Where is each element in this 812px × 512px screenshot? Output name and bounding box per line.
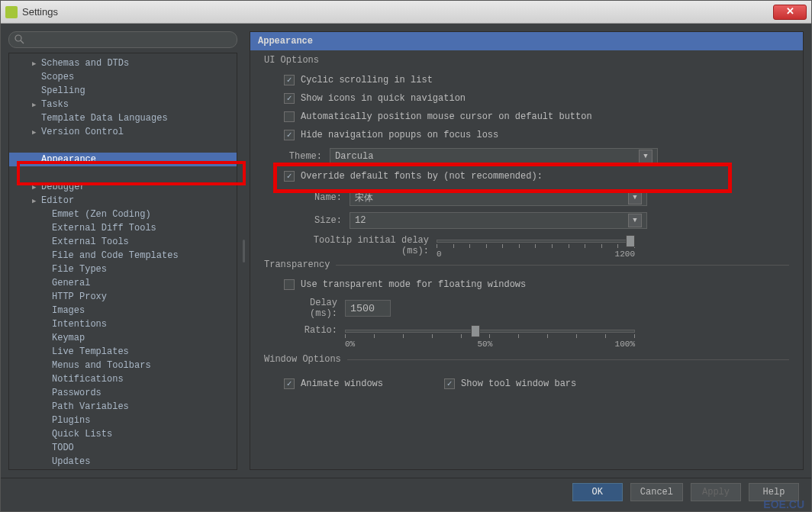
theme-dropdown[interactable]: Darcula ▼ xyxy=(330,148,658,165)
ui-options-title: UI Options xyxy=(264,55,325,66)
tree-item[interactable]: Live Templates xyxy=(9,345,237,359)
override-fonts-checkbox[interactable] xyxy=(284,171,295,182)
apply-button[interactable]: Apply xyxy=(691,483,741,501)
theme-label: Theme: xyxy=(284,151,322,162)
tree-item[interactable]: File Types xyxy=(9,262,237,276)
tree-item[interactable]: Updates xyxy=(9,455,237,469)
use-transparent-checkbox[interactable] xyxy=(284,279,295,290)
tree-item[interactable]: Images xyxy=(9,304,237,317)
font-name-label: Name: xyxy=(304,192,342,203)
tree-item-label: External Tools xyxy=(52,237,129,247)
ok-button[interactable]: OK xyxy=(572,483,623,501)
sidebar: ▶Schemas and DTDsScopesSpelling▶TasksTem… xyxy=(8,31,237,470)
auto-position-checkbox[interactable] xyxy=(284,111,295,122)
ratio-max: 100% xyxy=(615,340,635,349)
tree-item[interactable]: File and Code Templates xyxy=(9,249,237,262)
delay-row: Delay (ms): xyxy=(284,298,789,319)
titlebar[interactable]: Settings ✕ xyxy=(1,1,811,24)
ratio-mid: 50% xyxy=(477,340,492,349)
tree-item[interactable]: Emmet (Zen Coding) xyxy=(9,208,237,221)
tree-item[interactable]: Menus and Toolbars xyxy=(9,359,237,372)
tree-item-label: General xyxy=(52,278,90,288)
cyclic-scrolling-row[interactable]: Cyclic scrolling in list xyxy=(284,75,789,85)
tooltip-max: 1200 xyxy=(615,250,635,259)
search-input[interactable] xyxy=(8,31,237,48)
tree-item[interactable]: External Tools xyxy=(9,235,237,249)
settings-tree[interactable]: ▶Schemas and DTDsScopesSpelling▶TasksTem… xyxy=(8,53,237,470)
tooltip-delay-slider[interactable]: 0 1200 xyxy=(437,235,635,259)
tree-item[interactable]: Quick Lists xyxy=(9,427,237,441)
animate-windows-label: Animate windows xyxy=(301,378,383,389)
tree-item-label: External Diff Tools xyxy=(52,223,156,233)
show-tool-label: Show tool window bars xyxy=(461,378,576,389)
help-button[interactable]: Help xyxy=(749,483,799,501)
tree-item-label: TODO xyxy=(52,443,74,453)
tree-item[interactable]: Intentions xyxy=(9,317,237,331)
tree-item-label: Tasks xyxy=(41,99,69,110)
tree-item-label: Images xyxy=(52,305,85,316)
tree-item-label: Quick Lists xyxy=(52,429,112,440)
tree-item[interactable] xyxy=(9,166,237,180)
use-transparent-row[interactable]: Use transparent mode for floating window… xyxy=(284,279,789,290)
tree-item[interactable]: Appearance xyxy=(9,153,237,166)
close-button[interactable]: ✕ xyxy=(773,5,807,20)
show-tool-checkbox[interactable] xyxy=(444,378,455,389)
tree-item[interactable]: Template Data Languages xyxy=(9,111,237,125)
delay-input[interactable] xyxy=(345,300,391,317)
tree-item[interactable]: HTTP Proxy xyxy=(9,290,237,304)
tree-item-label: Version Control xyxy=(41,127,124,137)
tree-item[interactable]: TODO xyxy=(9,441,237,455)
font-name-dropdown[interactable]: 宋体 ▼ xyxy=(350,189,647,206)
tree-item[interactable]: Usage Statistics xyxy=(9,469,237,470)
show-icons-row[interactable]: Show icons in quick navigation xyxy=(284,93,789,104)
tree-item-label: Template Data Languages xyxy=(41,113,168,124)
tree-item[interactable]: ▶Debugger xyxy=(9,180,237,194)
hide-nav-row[interactable]: Hide navigation popups on focus loss xyxy=(284,130,789,140)
chevron-down-icon: ▼ xyxy=(628,191,642,204)
tree-item[interactable]: ▶Tasks xyxy=(9,98,237,111)
show-icons-label: Show icons in quick navigation xyxy=(301,93,466,104)
tree-item[interactable]: ▶Schemas and DTDs xyxy=(9,56,237,70)
animate-windows-row[interactable]: Animate windows xyxy=(284,378,383,389)
main-panel: Appearance UI Options Cyclic scrolling i… xyxy=(250,31,804,470)
tree-item[interactable]: Spelling xyxy=(9,84,237,98)
tree-item-label: Debugger xyxy=(41,182,85,192)
content-area: ▶Schemas and DTDsScopesSpelling▶TasksTem… xyxy=(1,24,811,478)
expand-arrow-icon: ▶ xyxy=(32,60,41,68)
tree-item[interactable]: Keymap xyxy=(9,331,237,345)
tree-item[interactable] xyxy=(9,139,237,153)
show-tool-row[interactable]: Show tool window bars xyxy=(444,378,576,389)
tree-item-label: Schemas and DTDs xyxy=(41,58,129,69)
main-header: Appearance xyxy=(250,32,803,50)
tree-item-label: HTTP Proxy xyxy=(52,291,107,302)
tree-item[interactable]: Path Variables xyxy=(9,400,237,414)
override-fonts-row[interactable]: Override default fonts by (not recommend… xyxy=(284,171,789,182)
ratio-min: 0% xyxy=(345,340,355,349)
animate-windows-checkbox[interactable] xyxy=(284,378,295,389)
tree-item[interactable]: Plugins xyxy=(9,414,237,427)
tree-item-label: Intentions xyxy=(52,319,107,330)
tree-item[interactable]: Passwords xyxy=(9,386,237,400)
hide-nav-checkbox[interactable] xyxy=(284,130,295,140)
splitter[interactable] xyxy=(242,31,245,470)
tree-item-label: File and Code Templates xyxy=(52,250,179,261)
tree-item[interactable]: ▶Editor xyxy=(9,194,237,208)
tree-item[interactable]: ▶Version Control xyxy=(9,125,237,139)
auto-position-label: Automatically position mouse cursor on d… xyxy=(301,111,592,122)
tree-item[interactable]: Notifications xyxy=(9,372,237,386)
cyclic-scrolling-checkbox[interactable] xyxy=(284,75,295,85)
cancel-button[interactable]: Cancel xyxy=(630,483,683,501)
font-size-dropdown[interactable]: 12 ▼ xyxy=(350,212,647,229)
tree-item[interactable]: Scopes xyxy=(9,70,237,84)
search-wrap xyxy=(8,31,237,53)
tree-item[interactable]: External Diff Tools xyxy=(9,221,237,235)
ratio-slider[interactable]: 0% 50% 100% xyxy=(345,325,635,349)
show-icons-checkbox[interactable] xyxy=(284,93,295,104)
font-name-row: Name: 宋体 ▼ xyxy=(304,189,789,206)
tree-item-label: Keymap xyxy=(52,333,85,343)
tree-item-label: Passwords xyxy=(52,388,102,398)
ratio-label: Ratio: xyxy=(284,325,337,336)
tree-item-label: Path Variables xyxy=(52,401,129,412)
auto-position-row[interactable]: Automatically position mouse cursor on d… xyxy=(284,111,789,122)
tree-item[interactable]: General xyxy=(9,276,237,290)
